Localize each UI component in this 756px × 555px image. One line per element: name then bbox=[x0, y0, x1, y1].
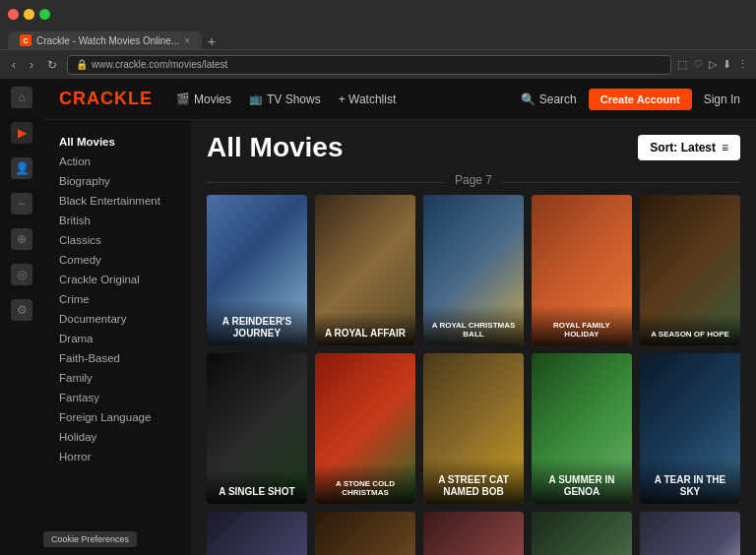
create-account-button[interactable]: Create Account bbox=[589, 89, 692, 110]
movie-card-row3a[interactable] bbox=[207, 512, 307, 555]
movie-card-image bbox=[315, 512, 415, 555]
nav-menu-comedy[interactable]: Comedy bbox=[43, 250, 191, 270]
movie-card-tear-sky[interactable]: A TEAR IN THE SKY bbox=[640, 353, 740, 504]
nav-menu-foreign-language[interactable]: Foreign Language bbox=[43, 407, 191, 427]
movie-grid-row1: A REINDEER'S JOURNEY A ROYAL AFFAIR A RO… bbox=[191, 195, 756, 345]
nav-tvshows[interactable]: 📺 TV Shows bbox=[249, 92, 321, 106]
forward-button[interactable]: › bbox=[26, 56, 37, 74]
movie-card-image: A STONE COLD CHRISTMAS bbox=[315, 353, 415, 504]
tab-title: Crackle - Watch Movies Online... bbox=[36, 35, 179, 46]
left-sidebar: ⌂ ▶ 👤 − ⊕ ◎ ⚙ bbox=[0, 79, 43, 555]
nav-menu-family[interactable]: Family bbox=[43, 368, 191, 388]
movies-icon: 🎬 bbox=[176, 92, 190, 105]
nav-menu-drama[interactable]: Drama bbox=[43, 329, 191, 348]
movie-card-image: A SEASON OF HOPE bbox=[640, 195, 740, 345]
cookie-preferences-button[interactable]: Cookie Preferences bbox=[43, 531, 137, 547]
play-icon[interactable]: ▷ bbox=[709, 58, 717, 71]
sort-icon: ≡ bbox=[722, 141, 728, 154]
nav-movies-label: Movies bbox=[194, 92, 231, 106]
browser-traffic-lights bbox=[0, 0, 756, 28]
nav-menu-faith-based[interactable]: Faith-Based bbox=[43, 348, 191, 368]
nav-watchlist-label: + Watchlist bbox=[339, 92, 397, 106]
movie-card-image: A TEAR IN THE SKY bbox=[640, 353, 740, 504]
heart-icon[interactable]: ♡ bbox=[693, 58, 703, 71]
nav-menu-documentary[interactable]: Documentary bbox=[43, 309, 191, 329]
nav-movies[interactable]: 🎬 Movies bbox=[176, 92, 231, 106]
content-area: All Movies Action Biography Black Entert… bbox=[43, 120, 756, 555]
search-icon: 🔍 bbox=[521, 92, 536, 106]
close-window-button[interactable] bbox=[8, 9, 19, 20]
address-bar[interactable]: 🔒 www.crackle.com/movies/latest bbox=[67, 55, 671, 75]
movies-header: All Movies Sort: Latest ≡ bbox=[191, 120, 756, 169]
nav-menu-holiday[interactable]: Holiday bbox=[43, 427, 191, 447]
movie-grid-row2: A SINGLE SHOT A STONE COLD CHRISTMAS A S… bbox=[191, 353, 756, 504]
movie-card-reindeer[interactable]: A REINDEER'S JOURNEY bbox=[207, 195, 307, 345]
movie-title: A SUMMER IN GENOA bbox=[532, 459, 632, 504]
movie-card-royal-family[interactable]: ROYAL FAMILY HOLIDAY bbox=[532, 195, 632, 345]
movie-card-summer-genoa[interactable]: A SUMMER IN GENOA bbox=[532, 353, 632, 504]
nav-menu-biography[interactable]: Biography bbox=[43, 171, 191, 191]
movie-card-single-shot[interactable]: A SINGLE SHOT bbox=[207, 353, 307, 504]
movie-card-image bbox=[207, 512, 307, 555]
nav-menu-british[interactable]: British bbox=[43, 211, 191, 230]
nav-menu-classics[interactable]: Classics bbox=[43, 230, 191, 250]
search-button[interactable]: 🔍 Search bbox=[521, 92, 577, 106]
sign-in-button[interactable]: Sign In bbox=[704, 92, 740, 106]
movie-title: A SINGLE SHOT bbox=[207, 470, 307, 504]
sidebar-icon-settings[interactable]: ⚙ bbox=[11, 299, 32, 321]
movie-card-royal-affair[interactable]: A ROYAL AFFAIR bbox=[315, 195, 415, 345]
movie-card-season-hope[interactable]: A SEASON OF HOPE bbox=[640, 195, 740, 345]
nav-menu-crime[interactable]: Crime bbox=[43, 289, 191, 309]
nav-menu-crackle-original[interactable]: Crackle Original bbox=[43, 270, 191, 289]
nav-watchlist[interactable]: + Watchlist bbox=[339, 92, 397, 106]
app-container: CRACKLE 🎬 Movies 📺 TV Shows + Watchlist … bbox=[43, 79, 756, 555]
url-text: www.crackle.com/movies/latest bbox=[92, 59, 227, 70]
movie-title: A SEASON OF HOPE bbox=[640, 314, 740, 345]
sort-label: Sort: Latest bbox=[650, 141, 716, 154]
sidebar-icon-minus[interactable]: − bbox=[11, 193, 32, 215]
nav-menu-action[interactable]: Action bbox=[43, 152, 191, 171]
tvshows-icon: 📺 bbox=[249, 92, 263, 105]
menu-icon[interactable]: ⋮ bbox=[737, 58, 748, 71]
movie-grid-row3: A WHITE, WHITE DAY bbox=[191, 512, 756, 555]
nav-tvshows-label: TV Shows bbox=[267, 92, 321, 106]
movie-card-white-day[interactable]: A WHITE, WHITE DAY bbox=[640, 512, 740, 555]
sidebar-icon-movies[interactable]: ▶ bbox=[11, 122, 32, 144]
main-content: All Movies Sort: Latest ≡ Page 7 A REIND… bbox=[191, 120, 756, 555]
lock-icon: 🔒 bbox=[76, 59, 88, 70]
movie-card-street-cat[interactable]: A STREET CAT NAMED BOB bbox=[423, 353, 524, 504]
sidebar-icon-circle[interactable]: ◎ bbox=[11, 264, 32, 285]
movie-card-royal-christmas[interactable]: A ROYAL CHRISTMAS BALL bbox=[423, 195, 524, 345]
movie-title: A ROYAL CHRISTMAS BALL bbox=[423, 305, 524, 345]
movie-card-image: A REINDEER'S JOURNEY bbox=[207, 195, 307, 345]
tab-favicon: C bbox=[20, 34, 32, 46]
new-tab-button[interactable]: + bbox=[202, 33, 221, 49]
nav-menu-horror[interactable]: Horror bbox=[43, 447, 191, 466]
movie-card-stone-cold[interactable]: A STONE COLD CHRISTMAS bbox=[315, 353, 415, 504]
sidebar-icon-search[interactable]: ⊕ bbox=[11, 228, 32, 250]
movie-card-image: ROYAL FAMILY HOLIDAY bbox=[532, 195, 632, 345]
movie-card-image: A STREET CAT NAMED BOB bbox=[423, 353, 524, 504]
download-icon[interactable]: ⬇ bbox=[723, 58, 731, 71]
page-indicator: Page 7 bbox=[191, 169, 756, 195]
sidebar-icon-home[interactable]: ⌂ bbox=[11, 87, 32, 108]
tab-close-button[interactable]: × bbox=[184, 35, 190, 46]
maximize-window-button[interactable] bbox=[39, 9, 50, 20]
left-nav-menu: All Movies Action Biography Black Entert… bbox=[43, 120, 191, 555]
minimize-window-button[interactable] bbox=[24, 9, 34, 20]
active-browser-tab[interactable]: C Crackle - Watch Movies Online... × bbox=[8, 31, 202, 49]
movie-card-row3b[interactable] bbox=[315, 512, 415, 555]
nav-menu-black-entertainment[interactable]: Black Entertainment bbox=[43, 191, 191, 211]
sidebar-icon-user[interactable]: 👤 bbox=[11, 157, 32, 179]
nav-menu-fantasy[interactable]: Fantasy bbox=[43, 388, 191, 407]
back-button[interactable]: ‹ bbox=[8, 56, 20, 74]
movie-card-row3d[interactable] bbox=[532, 512, 632, 555]
crackle-logo: CRACKLE bbox=[59, 89, 153, 109]
reload-button[interactable]: ↻ bbox=[43, 56, 61, 74]
movie-title: A REINDEER'S JOURNEY bbox=[207, 300, 307, 345]
nav-menu-all-movies[interactable]: All Movies bbox=[43, 132, 191, 152]
screenshot-icon[interactable]: ⬚ bbox=[677, 58, 687, 71]
movie-card-row3c[interactable] bbox=[423, 512, 524, 555]
page-label: Page 7 bbox=[445, 173, 502, 187]
sort-button[interactable]: Sort: Latest ≡ bbox=[638, 135, 740, 160]
